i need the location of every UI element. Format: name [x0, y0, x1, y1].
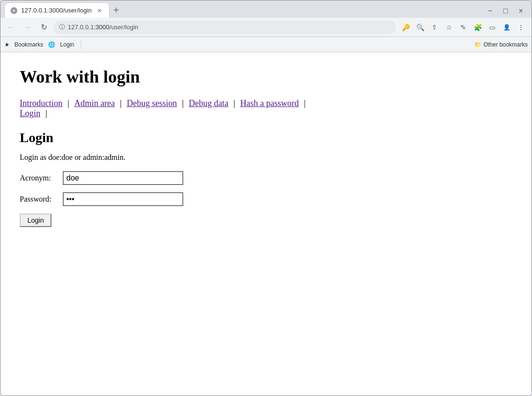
address-port: :3000: [94, 24, 110, 31]
page-content: Work with login Introduction | Admin are…: [0, 52, 532, 396]
nav-link-hash-password[interactable]: Hash a password: [240, 98, 299, 108]
page-title: Work with login: [20, 67, 512, 87]
login-button[interactable]: Login: [20, 214, 51, 227]
close-button[interactable]: ×: [514, 4, 528, 18]
address-path: /user/login: [110, 24, 138, 31]
nav-link-debug-data[interactable]: Debug data: [189, 98, 228, 108]
maximize-button[interactable]: □: [499, 4, 512, 18]
reload-button[interactable]: ↻: [37, 21, 50, 34]
bookmarks-globe-icon: 🌐: [48, 41, 55, 48]
other-bookmarks-folder-icon: 📁: [474, 41, 482, 48]
lock-icon: ⓘ: [59, 23, 65, 31]
address-box[interactable]: ⓘ 127.0.0.1:3000/user/login: [53, 21, 396, 34]
bookmarks-item[interactable]: Bookmarks: [12, 40, 46, 49]
nav-link-admin-area[interactable]: Admin area: [74, 98, 115, 108]
cast-button[interactable]: ▭: [485, 21, 499, 34]
section-title: Login: [20, 130, 512, 145]
active-tab[interactable]: ● 127.0.0.1:3000/user/login ×: [4, 2, 110, 18]
nav-links: Introduction | Admin area | Debug sessio…: [20, 98, 512, 119]
menu-button[interactable]: ⋮: [514, 21, 528, 34]
bookmarks-divider: [81, 40, 81, 49]
share-button[interactable]: ⇧: [428, 21, 441, 34]
nav-sep-1: |: [67, 98, 71, 108]
toolbar-icons: 🔑 🔍 ⇧ ☆ ✎ 🧩 ▭ 👤 ⋮: [399, 21, 528, 34]
nav-sep-4: |: [234, 98, 237, 108]
zoom-button[interactable]: 🔍: [413, 21, 427, 34]
nav-sep-3: |: [182, 98, 186, 108]
nav-sep-2: |: [120, 98, 124, 108]
new-tab-button[interactable]: +: [110, 2, 123, 18]
bookmark-button[interactable]: ☆: [442, 21, 456, 34]
extensions-button[interactable]: 🧩: [471, 21, 484, 34]
tab-title: 127.0.0.1:3000/user/login: [21, 7, 92, 14]
window-controls: − □ ×: [483, 4, 528, 18]
minimize-button[interactable]: −: [483, 4, 497, 18]
forward-button[interactable]: →: [21, 21, 34, 34]
acronym-input[interactable]: [63, 171, 183, 185]
other-bookmarks[interactable]: 📁 Other bookmarks: [474, 41, 528, 48]
nav-link-debug-session[interactable]: Debug session: [127, 98, 177, 108]
nav-sep-6: |: [46, 108, 48, 118]
address-text: 127.0.0.1:3000/user/login: [68, 24, 138, 31]
bookmarks-bar: ★ Bookmarks 🌐 Login 📁 Other bookmarks: [0, 37, 532, 52]
key-button[interactable]: 🔑: [399, 21, 412, 34]
password-input[interactable]: [63, 192, 183, 206]
login-bookmark-item[interactable]: Login: [57, 40, 77, 49]
nav-link-login[interactable]: Login: [20, 108, 40, 118]
login-hint: Login as doe:doe or admin:admin.: [20, 153, 512, 162]
tab-close-button[interactable]: ×: [96, 7, 103, 14]
tab-bar: ● 127.0.0.1:3000/user/login × + − □ ×: [0, 0, 532, 18]
password-label: Password:: [20, 195, 63, 204]
pen-button[interactable]: ✎: [457, 21, 470, 34]
acronym-row: Acronym:: [20, 171, 512, 185]
nav-sep-5: |: [304, 98, 306, 108]
tab-favicon: ●: [11, 7, 17, 14]
password-row: Password:: [20, 192, 512, 206]
acronym-label: Acronym:: [20, 174, 63, 182]
address-base: 127.0.0.1: [68, 24, 94, 31]
browser-frame: ● 127.0.0.1:3000/user/login × + − □ × ← …: [0, 0, 532, 396]
bookmarks-star-icon: ★: [4, 41, 10, 48]
back-button[interactable]: ←: [4, 21, 18, 34]
address-bar-row: ← → ↻ ⓘ 127.0.0.1:3000/user/login 🔑 🔍 ⇧ …: [0, 18, 532, 37]
profile-button[interactable]: 👤: [500, 21, 513, 34]
nav-link-introduction[interactable]: Introduction: [20, 98, 62, 108]
other-bookmarks-label: Other bookmarks: [483, 41, 528, 48]
